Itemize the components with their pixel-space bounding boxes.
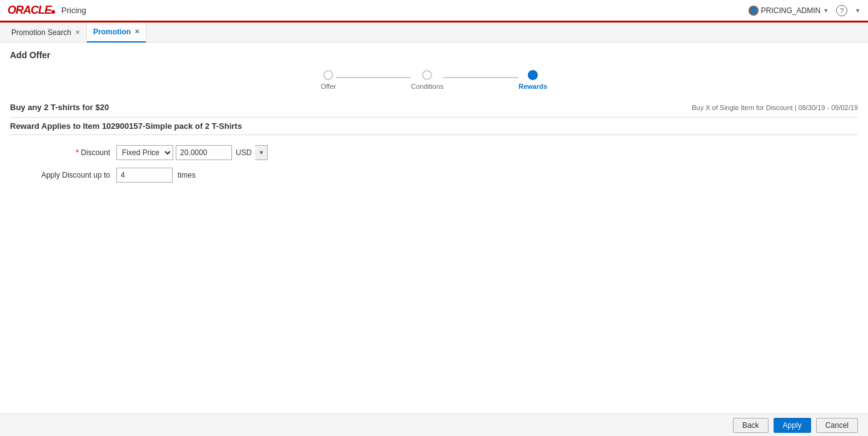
step-connector-1 [336, 77, 411, 78]
offer-header: Buy any 2 T-shirts for $20 Buy X of Sing… [10, 103, 858, 112]
times-label: times [178, 171, 196, 180]
step-offer-label: Offer [321, 83, 336, 90]
step-conditions-label: Conditions [411, 83, 443, 90]
tabs-bar: Promotion Search ✕ Promotion ✕ [0, 23, 868, 43]
page-content: Add Offer Offer Conditions Rewards Buy a… [0, 43, 868, 198]
step-offer: Offer [321, 70, 336, 90]
apply-discount-input[interactable] [116, 168, 173, 183]
discount-row: Discount Fixed Price Percent Off Amount … [10, 145, 858, 160]
offer-title: Buy any 2 T-shirts for $20 [10, 103, 109, 112]
app-name: Pricing [61, 6, 86, 15]
page-title: Add Offer [10, 50, 858, 60]
help-dropdown-icon[interactable]: ▼ [855, 8, 860, 14]
header-right: 👤 PRICING_ADMIN ▼ ? ▼ [749, 5, 860, 16]
tab-promotion-search[interactable]: Promotion Search ✕ [5, 23, 87, 43]
discount-label: Discount [35, 148, 116, 157]
tab-promotion-close[interactable]: ✕ [134, 29, 139, 35]
app-header: ORACLE Pricing 👤 PRICING_ADMIN ▼ ? ▼ [0, 0, 868, 23]
currency-dropdown-button[interactable]: ▼ [255, 145, 268, 160]
discount-type-select[interactable]: Fixed Price Percent Off Amount Off [116, 145, 173, 160]
discount-controls: Fixed Price Percent Off Amount Off USD ▼ [116, 145, 268, 160]
header-left: ORACLE Pricing [8, 4, 86, 17]
step-connector-2 [443, 77, 518, 78]
step-offer-circle [323, 70, 333, 80]
apply-discount-row: Apply Discount up to times [10, 168, 858, 183]
currency-label: USD [236, 148, 251, 157]
reward-section-title: Reward Applies to Item 102900157-Simple … [10, 117, 858, 135]
user-label: PRICING_ADMIN [761, 6, 820, 15]
step-conditions-circle [422, 70, 432, 80]
oracle-logo: ORACLE [8, 4, 55, 17]
apply-discount-controls: times [116, 168, 196, 183]
discount-amount-input[interactable] [176, 145, 232, 160]
tab-promotion-search-close[interactable]: ✕ [75, 29, 80, 36]
stepper: Offer Conditions Rewards [10, 70, 858, 90]
apply-discount-label: Apply Discount up to [35, 171, 116, 180]
step-rewards-circle [528, 70, 538, 80]
step-rewards-label: Rewards [518, 83, 547, 90]
help-icon[interactable]: ? [836, 5, 847, 16]
user-icon: 👤 [749, 6, 759, 16]
tab-promotion[interactable]: Promotion ✕ [87, 23, 146, 43]
oracle-logo-text: ORACLE [8, 4, 55, 17]
step-rewards: Rewards [518, 70, 547, 90]
tab-promotion-label: Promotion [93, 28, 131, 36]
user-info[interactable]: 👤 PRICING_ADMIN ▼ [749, 6, 829, 16]
offer-meta: Buy X of Single Item for Discount | 08/3… [692, 104, 858, 111]
tab-promotion-search-label: Promotion Search [11, 28, 71, 37]
step-conditions: Conditions [411, 70, 443, 90]
user-dropdown-icon[interactable]: ▼ [823, 8, 829, 14]
